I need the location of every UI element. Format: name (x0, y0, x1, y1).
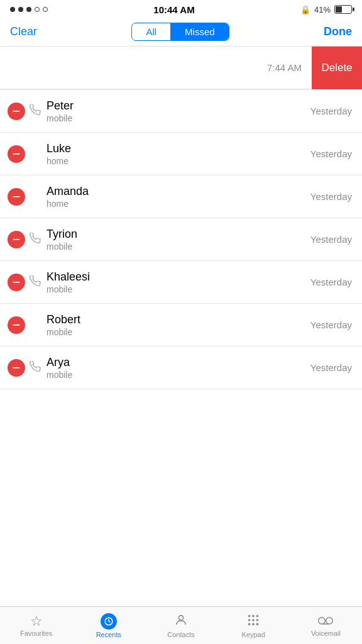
arya-time: Yesterday (310, 362, 352, 373)
lock-icon: 🔒 (300, 5, 310, 14)
battery-percent: 41% (314, 5, 331, 14)
svg-point-6 (252, 619, 255, 621)
status-bar: 10:44 AM 🔒 41% (0, 0, 362, 18)
luke-name: Luke (47, 142, 305, 155)
robert-delete-minus[interactable]: − (8, 316, 25, 334)
done-button[interactable]: Done (324, 25, 352, 38)
khaleesi-name: Khaleesi (47, 270, 305, 284)
recents-icon-circle (101, 613, 117, 630)
cersei-type: home (0, 70, 262, 80)
luke-time: Yesterday (310, 148, 352, 159)
svg-point-3 (252, 614, 255, 617)
arya-info: Arya mobile (47, 356, 305, 380)
peter-delete-minus[interactable]: − (8, 103, 25, 120)
svg-point-11 (319, 617, 326, 624)
luke-info: Luke home (47, 142, 305, 166)
segment-all[interactable]: All (132, 23, 171, 40)
tyrion-type: mobile (47, 242, 305, 252)
battery-fill (336, 6, 342, 13)
recents-icon (101, 613, 117, 630)
peter-time: Yesterday (310, 106, 352, 116)
amanda-time: Yesterday (310, 191, 352, 202)
contacts-label: Contacts (167, 631, 194, 638)
call-item-arya: − Arya mobile Yesterday (0, 347, 362, 389)
call-item-khaleesi-inner[interactable]: − Khaleesi mobile Yesterday (0, 261, 362, 304)
signal-dot-5 (43, 7, 48, 12)
call-item-cersei: Cersei home 7:44 AM Delete (0, 47, 362, 90)
luke-type: home (47, 156, 305, 166)
call-item-arya-inner[interactable]: − Arya mobile Yesterday (0, 347, 362, 389)
peter-name: Peter (47, 99, 305, 113)
cersei-time: 7:44 AM (267, 62, 302, 73)
voicemail-label: Voicemail (311, 630, 341, 637)
call-item-tyrion: − Tyrion mobile Yesterday (0, 218, 362, 261)
tab-favourites[interactable]: ☆ Favourites (0, 607, 72, 644)
status-right: 🔒 41% (300, 5, 352, 14)
robert-type: mobile (47, 327, 305, 337)
call-item-luke-inner[interactable]: − Luke home Yesterday (0, 133, 362, 175)
call-item-amanda: − Amanda home Yesterday (0, 175, 362, 218)
status-time: 10:44 AM (153, 4, 194, 15)
tab-keypad[interactable]: Keypad (217, 607, 290, 644)
arya-name: Arya (47, 356, 305, 369)
svg-point-7 (256, 619, 259, 621)
svg-point-5 (248, 619, 251, 621)
amanda-type: home (47, 199, 305, 209)
cersei-delete-button[interactable]: Delete (312, 47, 362, 89)
cersei-name: Cersei (0, 56, 262, 69)
tyrion-phone-icon (29, 233, 41, 247)
signal-dot-2 (18, 7, 23, 12)
arya-delete-minus[interactable]: − (8, 359, 25, 377)
voicemail-icon (318, 614, 333, 628)
svg-point-8 (248, 623, 251, 625)
call-item-amanda-inner[interactable]: − Amanda home Yesterday (0, 175, 362, 218)
segment-missed[interactable]: Missed (171, 23, 229, 40)
signal-dot-3 (26, 7, 31, 12)
amanda-info: Amanda home (47, 185, 305, 209)
svg-point-9 (252, 623, 255, 625)
peter-type: mobile (47, 113, 305, 123)
call-item-peter-inner[interactable]: − Peter mobile Yesterday (0, 90, 362, 133)
khaleesi-phone-icon (29, 275, 41, 289)
peter-phone-icon (29, 104, 41, 118)
nav-bar: Clear All Missed Done (0, 18, 362, 47)
amanda-name: Amanda (47, 185, 305, 198)
amanda-delete-minus[interactable]: − (8, 188, 25, 206)
khaleesi-info: Khaleesi mobile (47, 270, 305, 294)
luke-delete-minus[interactable]: − (8, 145, 25, 163)
arya-type: mobile (47, 370, 305, 380)
peter-info: Peter mobile (47, 99, 305, 123)
clear-button[interactable]: Clear (10, 25, 37, 38)
call-item-robert-inner[interactable]: − Robert mobile Yesterday (0, 304, 362, 347)
favourites-label: Favourites (20, 630, 52, 637)
tab-bar: ☆ Favourites Recents Contacts (0, 606, 362, 644)
call-list: Cersei home 7:44 AM Delete − Peter mobil… (0, 47, 362, 427)
robert-info: Robert mobile (47, 313, 305, 337)
call-item-peter: − Peter mobile Yesterday (0, 90, 362, 133)
svg-point-1 (178, 615, 183, 619)
tyrion-info: Tyrion mobile (47, 228, 305, 252)
keypad-icon (246, 613, 260, 630)
cersei-info: Cersei home (0, 56, 262, 80)
khaleesi-delete-minus[interactable]: − (8, 274, 25, 291)
tyrion-time: Yesterday (310, 234, 352, 245)
signal-dot-1 (10, 7, 15, 12)
battery-icon (334, 5, 352, 14)
call-item-tyrion-inner[interactable]: − Tyrion mobile Yesterday (0, 218, 362, 261)
khaleesi-type: mobile (47, 284, 305, 294)
call-item-luke: − Luke home Yesterday (0, 133, 362, 175)
arya-phone-icon (29, 361, 41, 375)
keypad-label: Keypad (242, 631, 265, 638)
tab-recents[interactable]: Recents (72, 607, 145, 644)
tyrion-delete-minus[interactable]: − (8, 231, 25, 248)
call-item-khaleesi: − Khaleesi mobile Yesterday (0, 261, 362, 304)
khaleesi-time: Yesterday (310, 277, 352, 287)
contacts-icon (174, 613, 188, 630)
recents-label: Recents (96, 631, 121, 638)
svg-point-12 (326, 617, 333, 624)
tab-contacts[interactable]: Contacts (145, 607, 217, 644)
robert-name: Robert (47, 313, 305, 326)
tab-voicemail[interactable]: Voicemail (290, 607, 362, 644)
call-item-cersei-inner[interactable]: Cersei home 7:44 AM (0, 47, 312, 89)
signal-dots (10, 7, 48, 12)
